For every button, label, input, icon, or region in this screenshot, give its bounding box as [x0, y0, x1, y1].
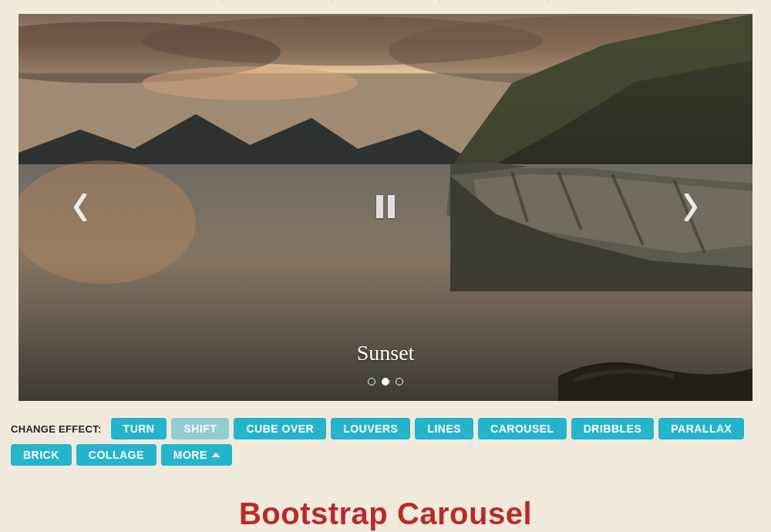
- effect-button-turn[interactable]: TURN: [111, 418, 167, 439]
- carousel-indicators: [19, 378, 752, 386]
- effects-bar: CHANGE EFFECT: TURNSHIFTCUBE OVERLOUVERS…: [0, 401, 771, 466]
- carousel-indicator[interactable]: [382, 378, 389, 386]
- effect-button-dribbles[interactable]: DRIBBLES: [571, 418, 655, 439]
- carousel-prev-button[interactable]: [65, 184, 96, 231]
- carousel-next-button[interactable]: [675, 184, 706, 231]
- carousel-pause-button[interactable]: [372, 195, 399, 220]
- chevron-right-icon: [682, 194, 699, 221]
- effect-button-collage[interactable]: COLLAGE: [76, 444, 157, 466]
- pause-icon: [376, 195, 383, 218]
- effect-button-lines[interactable]: LINES: [415, 418, 473, 439]
- svg-point-4: [142, 66, 358, 100]
- effect-button-louvers[interactable]: LOUVERS: [331, 418, 410, 439]
- effects-label: CHANGE EFFECT:: [11, 423, 102, 435]
- topnav-separators: [0, 0, 771, 3]
- carousel-indicator[interactable]: [368, 378, 375, 386]
- chevron-left-icon: [72, 194, 89, 221]
- svg-point-6: [19, 160, 196, 284]
- carousel: Sunset: [19, 14, 752, 401]
- pause-icon: [388, 195, 395, 218]
- effect-button-parallax[interactable]: PARALLAX: [658, 418, 744, 439]
- effect-more-button[interactable]: MORE: [161, 444, 232, 466]
- effect-button-shift[interactable]: SHIFT: [171, 418, 229, 439]
- page-title: Bootstrap Carousel: [0, 497, 771, 531]
- slide-caption: Sunset: [19, 341, 752, 365]
- effect-button-cube-over[interactable]: CUBE OVER: [234, 418, 326, 439]
- carousel-indicator[interactable]: [396, 378, 403, 386]
- more-label: MORE: [173, 449, 207, 461]
- effect-button-carousel[interactable]: CAROUSEL: [478, 418, 567, 439]
- chevron-up-icon: [212, 453, 220, 457]
- effect-button-brick[interactable]: BRICK: [11, 444, 72, 466]
